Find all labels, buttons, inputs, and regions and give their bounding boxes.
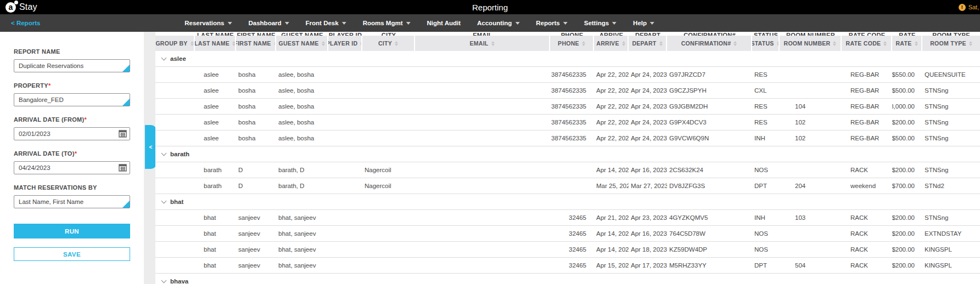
- group-row-aslee[interactable]: aslee: [155, 51, 980, 67]
- group-row-barath[interactable]: barath: [155, 146, 980, 162]
- column-header-label: ARRIVE: [596, 40, 619, 47]
- reservation-row[interactable]: barathDbarath, DNagercoilMar 25, 2023Mar…: [155, 178, 980, 194]
- cell-groupby: [155, 258, 195, 273]
- cell-rate: $500.00: [892, 83, 922, 98]
- cell-depart: Mar 27, 2023: [629, 178, 667, 194]
- clipped-text-fragment: CITY: [362, 32, 415, 36]
- nav-item-settings[interactable]: Settings: [584, 20, 617, 26]
- reservation-row[interactable]: bhatsanjeevbhat, sanjeev32465Apr 14, 202…: [155, 242, 980, 258]
- cell-email: [415, 210, 550, 225]
- property-value: Bangalore_FED: [19, 96, 64, 103]
- column-header-player-id[interactable]: PLAYER ID: [328, 36, 362, 51]
- nav-item-accounting[interactable]: Accounting: [477, 20, 519, 26]
- column-header-label: GUEST NAME: [278, 40, 318, 47]
- group-row-bhava[interactable]: bhava: [155, 274, 980, 284]
- cell-last: aslee: [195, 115, 236, 130]
- nav-item-label: Dashboard: [248, 20, 281, 26]
- save-button[interactable]: SAVE: [14, 247, 130, 261]
- column-header-phone[interactable]: PHONE: [550, 36, 594, 51]
- column-header-group-by[interactable]: GROUP BY: [155, 36, 195, 51]
- reservation-row[interactable]: barathDbarath, DNagercoilApr 14, 2023Apr…: [155, 162, 980, 178]
- nav-item-reports[interactable]: Reports: [536, 20, 567, 26]
- chevron-down-icon: [563, 22, 568, 25]
- cell-room_type: STNSng: [922, 130, 980, 146]
- column-header-room-number[interactable]: ROOM NUMBER: [780, 36, 842, 51]
- column-header-first-name[interactable]: FIRST NAME: [236, 36, 276, 51]
- back-to-reports-link[interactable]: < Reports: [11, 20, 40, 26]
- arrival-from-input[interactable]: 02/01/2023: [14, 127, 130, 140]
- cell-status: RES: [752, 99, 780, 114]
- reservation-row[interactable]: asleeboshaaslee, bosha3874562335Apr 22, …: [155, 99, 980, 115]
- group-row-bhat[interactable]: bhat: [155, 194, 980, 210]
- run-button[interactable]: RUN: [14, 224, 130, 238]
- column-header-label: PLAYER ID: [328, 40, 357, 47]
- cell-room: [780, 226, 842, 241]
- clipped-text-fragment: ARRIVE: [594, 32, 629, 36]
- field-property: PROPERTY* Bangalore_FED: [14, 82, 130, 106]
- cell-rate: $500.00: [892, 130, 922, 146]
- clipped-text-fragment: FIRST NAME: [236, 32, 276, 36]
- cell-room_type: STNSng: [922, 162, 980, 178]
- cell-arrive: Mar 25, 2023: [594, 178, 629, 194]
- column-header-room-type[interactable]: ROOM TYPE: [922, 36, 980, 51]
- nav-item-label: Reservations: [184, 20, 224, 26]
- cell-room_type: STNSng: [922, 99, 980, 114]
- reservation-row[interactable]: bhatsanjeevbhat, sanjeev32465Apr 21, 202…: [155, 210, 980, 226]
- column-header-status[interactable]: STATUS: [752, 36, 780, 51]
- column-header-guest-name[interactable]: GUEST NAME: [276, 36, 328, 51]
- column-header-city[interactable]: CITY: [362, 36, 415, 51]
- top-bar: a Stay Reporting ! Sat, A: [0, 0, 980, 14]
- cell-conf: 764C5D78W: [667, 226, 752, 241]
- cell-depart: Apr 24, 2023: [629, 67, 667, 82]
- nav-item-help[interactable]: Help: [633, 20, 654, 26]
- cell-city: [362, 67, 415, 82]
- reservation-row[interactable]: asleeboshaaslee, bosha3874562335Apr 22, …: [155, 115, 980, 130]
- property-select[interactable]: Bangalore_FED: [14, 93, 130, 106]
- calendar-icon[interactable]: [119, 130, 127, 138]
- column-header-last-name[interactable]: LAST NAME: [195, 36, 236, 51]
- nav-item-label: Night Audit: [427, 20, 461, 26]
- cell-first: sanjeev: [236, 226, 276, 241]
- column-header-confirmation-[interactable]: CONFIRMATION#: [667, 36, 752, 51]
- column-header-email[interactable]: EMAIL: [415, 36, 550, 51]
- top-alert[interactable]: ! Sat, A: [959, 0, 980, 14]
- arrival-to-input[interactable]: 04/24/2023: [14, 161, 130, 174]
- column-header-rate[interactable]: RATE: [892, 36, 922, 51]
- chevron-down-icon: [161, 277, 167, 283]
- column-header-depart[interactable]: DEPART: [629, 36, 667, 51]
- column-header-label: FIRST NAME: [236, 40, 271, 47]
- cell-status: RES: [752, 115, 780, 130]
- reservation-row[interactable]: bhatsanjeevbhat, sanjeev32465Apr 15, 202…: [155, 258, 980, 274]
- chevron-down-icon: [161, 150, 167, 156]
- cell-first: bosha: [236, 130, 276, 146]
- nav-item-night-audit[interactable]: Night Audit: [427, 20, 461, 26]
- reservation-row[interactable]: bhatsanjeevbhat, sanjeev32465Apr 14, 202…: [155, 226, 980, 242]
- sort-icon: [915, 41, 918, 46]
- calendar-icon[interactable]: [119, 164, 127, 172]
- stay-logo-icon: a: [5, 2, 16, 13]
- cell-last: bhat: [195, 258, 236, 273]
- column-header-label: CITY: [378, 40, 392, 47]
- sort-icon: [322, 41, 325, 46]
- column-header-rate-code[interactable]: RATE CODE: [842, 36, 892, 51]
- nav-item-rooms-mgmt[interactable]: Rooms Mgmt: [363, 20, 411, 26]
- cell-last: bhat: [195, 226, 236, 241]
- collapse-panel-tab[interactable]: <: [145, 125, 156, 169]
- nav-item-front-desk[interactable]: Front Desk: [306, 20, 346, 26]
- reservation-row[interactable]: asleeboshaaslee, bosha3874562335Apr 22, …: [155, 130, 980, 146]
- reservation-row[interactable]: asleeboshaaslee, bosha3874562335Apr 22, …: [155, 83, 980, 99]
- reservation-row[interactable]: asleeboshaaslee, bosha3874562335Apr 22, …: [155, 67, 980, 83]
- cell-first: sanjeev: [236, 242, 276, 257]
- cell-room_type: STNSng: [922, 83, 980, 98]
- report-name-select[interactable]: Duplicate Reservations: [14, 59, 130, 72]
- match-by-select[interactable]: Last Name, First Name: [14, 195, 130, 208]
- cell-room_type: STNSng: [922, 115, 980, 130]
- nav-item-reservations[interactable]: Reservations: [184, 20, 232, 26]
- cell-city: [362, 115, 415, 130]
- cell-conf: G9CZJSPYH: [667, 83, 752, 98]
- column-header-arrive[interactable]: ARRIVE: [594, 36, 629, 51]
- nav-item-dashboard[interactable]: Dashboard: [248, 20, 289, 26]
- cell-guest: barath, D: [276, 178, 328, 194]
- cell-rate_code: RACK: [842, 258, 892, 273]
- cell-rate: $3,000.00: [892, 99, 922, 114]
